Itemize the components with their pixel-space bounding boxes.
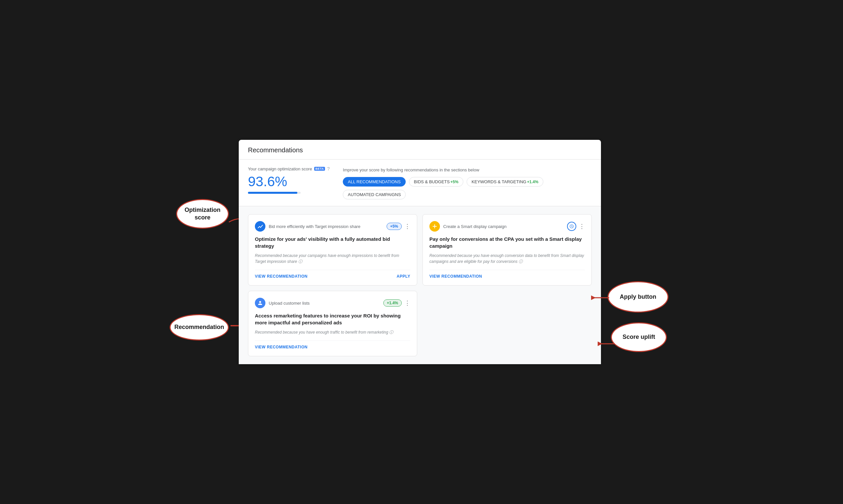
recommendations-header: Recommendations	[239, 140, 601, 160]
card3-header: Upload customer lists +1.4% ⋮	[255, 298, 410, 308]
card1-footer: VIEW RECOMMENDATION APPLY	[255, 270, 410, 278]
card2-icon	[429, 221, 440, 232]
card2-clock-icon	[567, 222, 576, 231]
opt-score-text: Optimization score	[185, 206, 221, 222]
tab-automated-campaigns[interactable]: AUTOMATED CAMPAIGNS	[343, 190, 406, 199]
card1-icon	[255, 221, 265, 232]
card2-header-right: ⋮	[567, 222, 585, 231]
card2-header: Create a Smart display campaign ⋮	[429, 221, 585, 232]
card2-view-link[interactable]: VIEW RECOMMENDATION	[429, 274, 482, 278]
tab-bids-label: BIDS & BUDGETS	[414, 179, 450, 184]
tab-all-recommendations[interactable]: ALL RECOMMENDATIONS	[343, 177, 406, 186]
score-left: Your campaign optimization score BETA ? …	[248, 166, 330, 194]
card1-view-link[interactable]: VIEW RECOMMENDATION	[255, 274, 308, 278]
apply-button-text: Apply button	[620, 293, 656, 301]
card2-header-left: Create a Smart display campaign	[429, 221, 506, 232]
filter-tabs: ALL RECOMMENDATIONS BIDS & BUDGETS+5% KE…	[343, 177, 592, 199]
beta-badge: BETA	[314, 167, 325, 171]
card3-more-icon[interactable]: ⋮	[405, 300, 410, 306]
card3-header-left: Upload customer lists	[255, 298, 310, 308]
card1-apply-button[interactable]: APPLY	[397, 274, 410, 278]
card2-footer: VIEW RECOMMENDATION	[429, 270, 585, 278]
score-uplift-label: Score uplift	[611, 322, 667, 352]
score-label-text: Your campaign optimization score	[248, 166, 312, 172]
help-icon[interactable]: ?	[327, 166, 330, 172]
card2-more-icon[interactable]: ⋮	[579, 223, 585, 229]
card3-view-link[interactable]: VIEW RECOMMENDATION	[255, 345, 308, 349]
card2-title: Create a Smart display campaign	[443, 224, 506, 229]
card3-title: Upload customer lists	[269, 301, 310, 306]
cards-grid: Bid more efficiently with Target impress…	[248, 214, 592, 356]
card1-description: Recommended because your campaigns have …	[255, 253, 410, 265]
card3-header-right: +1.4% ⋮	[383, 299, 410, 307]
card2-headline: Pay only for conversions at the CPA you …	[429, 236, 585, 249]
tab-keywords-label: KEYWORDS & TARGETING	[471, 179, 526, 184]
card1-more-icon[interactable]: ⋮	[405, 223, 410, 229]
apply-button-label: Apply button	[607, 281, 669, 312]
tab-automated-label: AUTOMATED CAMPAIGNS	[348, 192, 401, 197]
page-title: Recommendations	[248, 146, 592, 154]
card1-header-right: +5% ⋮	[386, 223, 410, 230]
tab-all-label: ALL RECOMMENDATIONS	[348, 179, 400, 184]
cards-section: Bid more efficiently with Target impress…	[239, 206, 601, 364]
card1-title: Bid more efficiently with Target impress…	[269, 224, 360, 229]
tab-bids-badge: +5%	[450, 180, 458, 184]
score-label: Your campaign optimization score BETA ?	[248, 166, 330, 172]
improve-text: Improve your score by following recommen…	[343, 167, 592, 173]
card1-header-left: Bid more efficiently with Target impress…	[255, 221, 360, 232]
card3-description: Recommended because you have enough traf…	[255, 329, 410, 335]
recommendation-label: Recommendation	[170, 314, 229, 341]
score-bar	[248, 192, 300, 194]
card2-description: Recommended because you have enough conv…	[429, 253, 585, 265]
score-value: 93.6%	[248, 174, 330, 189]
tab-keywords-badge: +1.4%	[527, 180, 538, 184]
score-uplift-text: Score uplift	[622, 333, 655, 341]
optimization-score-label: Optimization score	[176, 199, 229, 229]
score-uplift-arrow	[598, 336, 616, 352]
main-container: Recommendations Your campaign optimizati…	[239, 140, 601, 364]
tab-keywords-targeting[interactable]: KEYWORDS & TARGETING+1.4%	[467, 177, 543, 186]
recommendation-text: Recommendation	[174, 323, 224, 331]
card1-score-chip: +5%	[386, 223, 402, 230]
apply-arrow	[591, 289, 611, 306]
card-upload-customer: Upload customer lists +1.4% ⋮ Access rem…	[248, 291, 417, 356]
tab-bids-budgets[interactable]: BIDS & BUDGETS+5%	[409, 177, 463, 186]
card1-headline: Optimize for your ads' visibility with a…	[255, 236, 410, 249]
score-bar-fill	[248, 192, 297, 194]
score-section: Your campaign optimization score BETA ? …	[239, 160, 601, 206]
card1-header: Bid more efficiently with Target impress…	[255, 221, 410, 232]
card3-score-chip: +1.4%	[383, 299, 402, 307]
card3-icon	[255, 298, 265, 308]
card3-headline: Access remarketing features to increase …	[255, 312, 410, 326]
card-target-impression: Bid more efficiently with Target impress…	[248, 214, 417, 286]
card-smart-display: Create a Smart display campaign ⋮ Pay on…	[423, 214, 592, 286]
score-right: Improve your score by following recommen…	[343, 166, 592, 199]
card3-footer: VIEW RECOMMENDATION	[255, 341, 410, 349]
